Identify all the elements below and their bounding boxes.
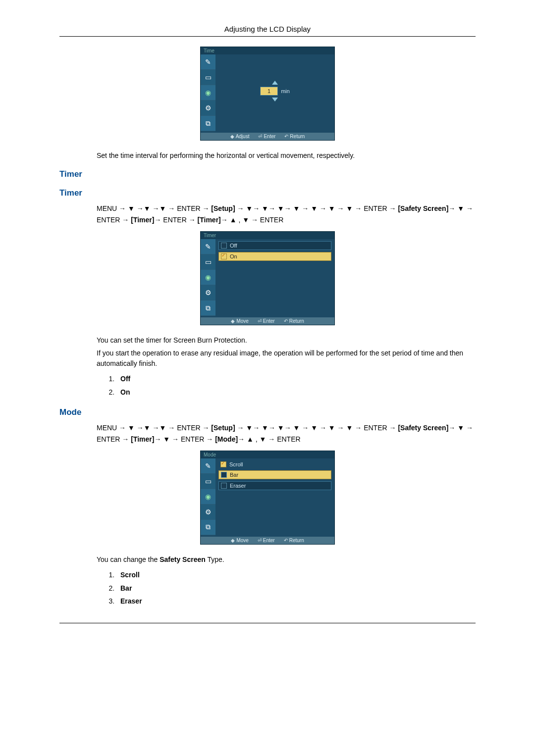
divider xyxy=(59,623,476,623)
osd-footer: ◆Adjust ⏎Enter ↶Return xyxy=(201,133,334,140)
gear-icon[interactable] xyxy=(201,504,215,520)
footer-enter: Enter xyxy=(264,134,275,139)
option-bar-label: Bar xyxy=(230,472,238,478)
option-eraser[interactable]: Eraser xyxy=(218,481,331,490)
osd-title: Mode xyxy=(201,451,334,458)
list-item: Scroll xyxy=(116,568,476,582)
footer-enter: Enter xyxy=(263,318,275,324)
divider xyxy=(59,36,476,37)
mode-description: You can change the Safety Screen Type. xyxy=(97,554,476,564)
brush-icon[interactable] xyxy=(201,239,215,254)
chevron-down-icon[interactable] xyxy=(272,98,278,101)
footer-enter: Enter xyxy=(263,538,275,543)
footer-return: Return xyxy=(290,134,305,139)
screen-icon[interactable] xyxy=(201,254,215,270)
chevron-up-icon[interactable] xyxy=(272,81,278,85)
list-item: Bar xyxy=(116,582,476,595)
screen-icon[interactable] xyxy=(201,474,215,489)
time-value: 1 xyxy=(260,87,278,96)
option-on[interactable]: On xyxy=(218,252,331,261)
osd-panel-time: Time 1 min ◆Adjust xyxy=(200,47,335,141)
osd-tab-strip xyxy=(201,458,215,537)
osd-tab-strip xyxy=(201,54,215,133)
osd-panel-mode: Mode Scroll Bar Erase xyxy=(200,451,335,545)
osd-tab-strip xyxy=(201,239,215,317)
osd-title: Timer xyxy=(201,232,334,239)
heading-timer-1: Timer xyxy=(59,169,476,179)
circle-icon[interactable] xyxy=(201,489,215,504)
footer-return: Return xyxy=(289,318,304,324)
nav-sequence-timer: MENU → ▼ →▼ →▼ → ENTER → [Setup] → ▼→ ▼→… xyxy=(97,203,476,225)
option-on-label: On xyxy=(230,253,237,259)
checkbox-checked-icon xyxy=(220,461,226,467)
option-scroll-label: Scroll xyxy=(229,461,243,467)
footer-move: Move xyxy=(236,318,248,324)
input-icon[interactable] xyxy=(201,116,215,131)
osd-title: Time xyxy=(201,47,334,54)
brush-icon[interactable] xyxy=(201,54,215,70)
page-title: Adjusting the LCD Display xyxy=(59,25,476,33)
osd-panel-timer: Timer Off On ◆Move ⏎En xyxy=(200,231,335,325)
list-item: Eraser xyxy=(116,595,476,608)
option-bar[interactable]: Bar xyxy=(218,470,331,479)
gear-icon[interactable] xyxy=(201,285,215,301)
nav-sequence-mode: MENU → ▼ →▼ →▼ → ENTER → [Setup] → ▼→ ▼→… xyxy=(97,422,476,445)
brush-icon[interactable] xyxy=(201,458,215,474)
time-unit: min xyxy=(281,88,290,94)
footer-adjust: Adjust xyxy=(236,134,250,139)
option-off[interactable]: Off xyxy=(218,241,331,250)
mode-option-list: Scroll Bar Eraser xyxy=(107,568,476,608)
footer-move: Move xyxy=(236,538,248,543)
input-icon[interactable] xyxy=(201,520,215,535)
footer-return: Return xyxy=(289,538,304,543)
list-item: On xyxy=(116,386,476,399)
circle-icon[interactable] xyxy=(201,270,215,285)
checkbox-checked-icon xyxy=(221,253,227,259)
timer-desc-1: You can set the timer for Screen Burn Pr… xyxy=(97,335,476,345)
checkbox-icon xyxy=(221,483,227,489)
list-item: Off xyxy=(116,372,476,386)
option-off-label: Off xyxy=(230,243,237,249)
input-icon[interactable] xyxy=(201,301,215,316)
circle-icon[interactable] xyxy=(201,85,215,101)
checkbox-icon xyxy=(221,243,227,249)
osd-footer: ◆Move ⏎Enter ↶Return xyxy=(201,317,334,325)
checkbox-icon xyxy=(221,472,227,478)
timer-desc-2: If you start the operation to erase any … xyxy=(97,348,476,368)
osd-footer: ◆Move ⏎Enter ↶Return xyxy=(201,537,334,544)
time-spinner[interactable]: 1 min xyxy=(218,56,331,126)
screen-icon[interactable] xyxy=(201,70,215,85)
time-description: Set the time interval for performing the… xyxy=(97,151,476,160)
timer-option-list: Off On xyxy=(107,372,476,399)
heading-timer-2: Timer xyxy=(59,188,476,198)
option-scroll[interactable]: Scroll xyxy=(218,460,331,468)
gear-icon[interactable] xyxy=(201,101,215,116)
heading-mode: Mode xyxy=(59,407,476,417)
option-eraser-label: Eraser xyxy=(230,483,246,489)
